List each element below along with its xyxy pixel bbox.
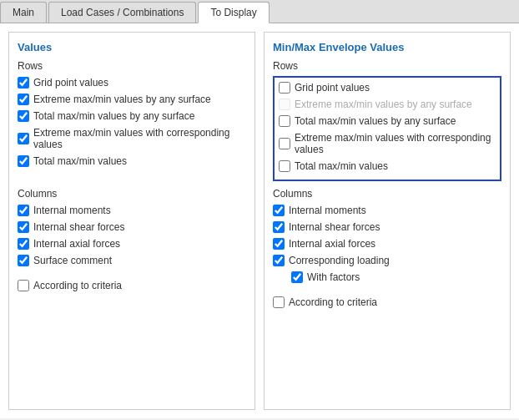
label-lc-surface-comment[interactable]: Surface comment (33, 255, 112, 266)
checkbox-row-lv-total-any: Total max/min values by any surface (18, 109, 246, 123)
main-content: Values Rows Grid point valuesExtreme max… (0, 23, 519, 418)
left-panel: Values Rows Grid point valuesExtreme max… (8, 32, 255, 410)
right-rows-highlighted: Grid point valuesExtreme max/min values … (273, 76, 501, 181)
right-panel: Min/Max Envelope Values Rows Grid point … (264, 32, 511, 410)
checkbox-row-lc-shear-forces: Internal shear forces (18, 220, 246, 234)
checkbox-rv-criteria[interactable] (273, 296, 285, 308)
checkbox-lc-axial-forces[interactable] (18, 238, 29, 250)
left-columns-section: Columns Internal momentsInternal shear f… (18, 188, 246, 267)
checkbox-rc-internal-moments[interactable] (273, 205, 285, 216)
label-rc-with-factors[interactable]: With factors (307, 271, 360, 283)
label-rv-extreme-corr[interactable]: Extreme max/min values with correspondin… (295, 132, 496, 155)
checkbox-lv-criteria[interactable] (18, 280, 29, 291)
tab-main[interactable]: Main (0, 2, 47, 23)
label-lv-extreme-corr[interactable]: Extreme max/min values with correspondin… (33, 127, 246, 150)
label-lv-total[interactable]: Total max/min values (33, 155, 127, 167)
checkbox-row-lc-internal-moments: Internal moments (18, 204, 246, 217)
right-rows-label: Rows (273, 60, 501, 72)
label-lv-total-any[interactable]: Total max/min values by any surface (33, 110, 194, 122)
left-rows-label: Rows (18, 60, 246, 72)
checkbox-lv-grid[interactable] (18, 77, 29, 89)
right-columns: Internal momentsInternal shear forcesInt… (273, 204, 501, 284)
checkbox-rv-total-any[interactable] (279, 115, 290, 127)
checkbox-row-rc-corr-loading: Corresponding loading (273, 254, 501, 267)
label-lc-internal-moments[interactable]: Internal moments (33, 205, 111, 216)
label-lc-axial-forces[interactable]: Internal axial forces (33, 238, 120, 250)
checkbox-row-rv-criteria: According to criteria (273, 296, 501, 309)
label-rv-grid[interactable]: Grid point values (295, 82, 370, 94)
checkbox-row-rc-with-factors: With factors (291, 271, 501, 284)
checkbox-lv-extreme[interactable] (18, 94, 29, 105)
checkbox-rv-extreme-corr[interactable] (279, 138, 290, 149)
right-columns-label: Columns (273, 188, 501, 200)
checkbox-row-rv-total-any: Total max/min values by any surface (279, 114, 496, 128)
label-rv-total[interactable]: Total max/min values (295, 160, 388, 172)
label-rc-axial-forces[interactable]: Internal axial forces (289, 238, 375, 250)
checkbox-lv-total-any[interactable] (18, 110, 29, 122)
label-lv-criteria[interactable]: According to criteria (33, 280, 122, 291)
right-footer-cb: According to criteria (273, 296, 501, 309)
label-rc-shear-forces[interactable]: Internal shear forces (289, 221, 380, 233)
checkbox-row-rv-extreme-corr: Extreme max/min values with correspondin… (279, 131, 496, 156)
checkbox-row-lv-total: Total max/min values (18, 154, 246, 168)
label-rc-internal-moments[interactable]: Internal moments (289, 205, 366, 216)
checkbox-lv-total[interactable] (18, 155, 29, 167)
left-footer: According to criteria (18, 279, 246, 292)
label-lc-shear-forces[interactable]: Internal shear forces (33, 221, 124, 233)
label-rv-total-any[interactable]: Total max/min values by any surface (295, 115, 456, 127)
label-lv-extreme[interactable]: Extreme max/min values by any surface (33, 94, 211, 105)
left-columns: Internal momentsInternal shear forcesInt… (18, 204, 246, 267)
checkbox-rc-corr-loading[interactable] (273, 255, 285, 266)
right-rows: Grid point valuesExtreme max/min values … (279, 81, 496, 173)
tab-load-cases[interactable]: Load Cases / Combinations (48, 2, 196, 23)
label-rv-criteria[interactable]: According to criteria (289, 296, 377, 308)
checkbox-rc-shear-forces[interactable] (273, 221, 285, 233)
checkbox-rv-grid[interactable] (279, 82, 290, 94)
checkbox-lc-shear-forces[interactable] (18, 221, 29, 233)
right-footer: According to criteria (273, 296, 501, 309)
checkbox-row-rv-extreme: Extreme max/min values by any surface (279, 98, 496, 111)
tab-to-display[interactable]: To Display (198, 2, 269, 23)
checkbox-row-lv-grid: Grid point values (18, 76, 246, 89)
checkbox-rc-with-factors[interactable] (291, 271, 303, 283)
checkbox-row-lv-criteria: According to criteria (18, 279, 246, 292)
checkbox-row-lv-extreme: Extreme max/min values by any surface (18, 93, 246, 106)
checkbox-rv-total[interactable] (279, 160, 290, 172)
checkbox-row-rv-total: Total max/min values (279, 159, 496, 173)
label-rc-corr-loading[interactable]: Corresponding loading (289, 255, 390, 266)
checkbox-lc-internal-moments[interactable] (18, 205, 29, 216)
left-panel-title: Values (18, 41, 246, 53)
checkbox-row-rc-shear-forces: Internal shear forces (273, 220, 501, 234)
checkbox-lv-extreme-corr[interactable] (18, 133, 29, 144)
checkbox-row-lc-axial-forces: Internal axial forces (18, 237, 246, 250)
checkbox-row-rc-axial-forces: Internal axial forces (273, 237, 501, 250)
tab-bar: MainLoad Cases / CombinationsTo Display (0, 0, 519, 23)
checkbox-row-rv-grid: Grid point values (279, 81, 496, 94)
label-lv-grid[interactable]: Grid point values (33, 77, 108, 89)
left-footer-cb: According to criteria (18, 279, 246, 292)
left-columns-label: Columns (18, 188, 246, 200)
checkbox-lc-surface-comment[interactable] (18, 255, 29, 266)
left-rows: Grid point valuesExtreme max/min values … (18, 76, 246, 168)
checkbox-row-lc-surface-comment: Surface comment (18, 254, 246, 267)
label-rv-extreme[interactable]: Extreme max/min values by any surface (295, 99, 472, 110)
right-columns-section: Columns Internal momentsInternal shear f… (273, 188, 501, 284)
right-panel-title: Min/Max Envelope Values (273, 41, 501, 53)
checkbox-rc-axial-forces[interactable] (273, 238, 285, 250)
checkbox-row-rc-internal-moments: Internal moments (273, 204, 501, 217)
checkbox-row-lv-extreme-corr: Extreme max/min values with correspondin… (18, 126, 246, 151)
checkbox-rv-extreme[interactable] (279, 99, 290, 110)
